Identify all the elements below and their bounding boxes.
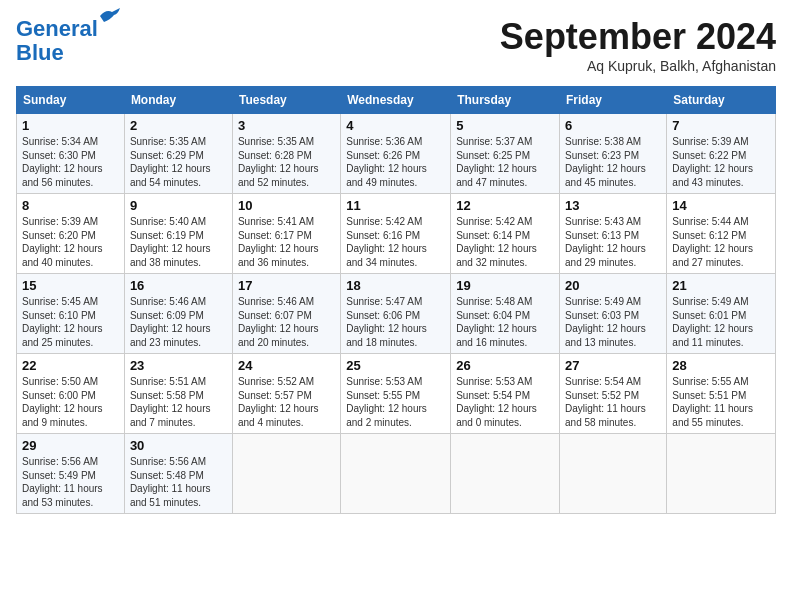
calendar-week-5: 29Sunrise: 5:56 AMSunset: 5:49 PMDayligh… (17, 434, 776, 514)
day-cell-19: 19Sunrise: 5:48 AMSunset: 6:04 PMDayligh… (451, 274, 560, 354)
day-info: Sunrise: 5:51 AMSunset: 5:58 PMDaylight:… (130, 375, 227, 429)
col-header-wednesday: Wednesday (341, 87, 451, 114)
col-header-tuesday: Tuesday (232, 87, 340, 114)
day-info: Sunrise: 5:45 AMSunset: 6:10 PMDaylight:… (22, 295, 119, 349)
day-info: Sunrise: 5:46 AMSunset: 6:09 PMDaylight:… (130, 295, 227, 349)
day-cell-21: 21Sunrise: 5:49 AMSunset: 6:01 PMDayligh… (667, 274, 776, 354)
day-number: 24 (238, 358, 335, 373)
day-cell-4: 4Sunrise: 5:36 AMSunset: 6:26 PMDaylight… (341, 114, 451, 194)
day-number: 25 (346, 358, 445, 373)
day-cell-25: 25Sunrise: 5:53 AMSunset: 5:55 PMDayligh… (341, 354, 451, 434)
page-header: General Blue September 2024 Aq Kupruk, B… (16, 16, 776, 74)
calendar-table: SundayMondayTuesdayWednesdayThursdayFrid… (16, 86, 776, 514)
day-cell-22: 22Sunrise: 5:50 AMSunset: 6:00 PMDayligh… (17, 354, 125, 434)
calendar-week-1: 1Sunrise: 5:34 AMSunset: 6:30 PMDaylight… (17, 114, 776, 194)
day-number: 23 (130, 358, 227, 373)
day-info: Sunrise: 5:48 AMSunset: 6:04 PMDaylight:… (456, 295, 554, 349)
day-number: 11 (346, 198, 445, 213)
day-info: Sunrise: 5:39 AMSunset: 6:20 PMDaylight:… (22, 215, 119, 269)
day-number: 18 (346, 278, 445, 293)
day-info: Sunrise: 5:50 AMSunset: 6:00 PMDaylight:… (22, 375, 119, 429)
day-cell-29: 29Sunrise: 5:56 AMSunset: 5:49 PMDayligh… (17, 434, 125, 514)
day-info: Sunrise: 5:53 AMSunset: 5:54 PMDaylight:… (456, 375, 554, 429)
day-cell-28: 28Sunrise: 5:55 AMSunset: 5:51 PMDayligh… (667, 354, 776, 434)
day-cell-20: 20Sunrise: 5:49 AMSunset: 6:03 PMDayligh… (560, 274, 667, 354)
day-number: 28 (672, 358, 770, 373)
day-cell-6: 6Sunrise: 5:38 AMSunset: 6:23 PMDaylight… (560, 114, 667, 194)
day-cell-5: 5Sunrise: 5:37 AMSunset: 6:25 PMDaylight… (451, 114, 560, 194)
day-cell-9: 9Sunrise: 5:40 AMSunset: 6:19 PMDaylight… (124, 194, 232, 274)
day-number: 22 (22, 358, 119, 373)
col-header-thursday: Thursday (451, 87, 560, 114)
day-info: Sunrise: 5:46 AMSunset: 6:07 PMDaylight:… (238, 295, 335, 349)
logo-general: General (16, 16, 98, 41)
title-block: September 2024 Aq Kupruk, Balkh, Afghani… (500, 16, 776, 74)
day-info: Sunrise: 5:35 AMSunset: 6:28 PMDaylight:… (238, 135, 335, 189)
day-number: 2 (130, 118, 227, 133)
day-info: Sunrise: 5:49 AMSunset: 6:03 PMDaylight:… (565, 295, 661, 349)
day-cell-16: 16Sunrise: 5:46 AMSunset: 6:09 PMDayligh… (124, 274, 232, 354)
day-number: 20 (565, 278, 661, 293)
location: Aq Kupruk, Balkh, Afghanistan (500, 58, 776, 74)
day-number: 26 (456, 358, 554, 373)
col-header-saturday: Saturday (667, 87, 776, 114)
col-header-friday: Friday (560, 87, 667, 114)
logo-bird-icon (98, 8, 120, 24)
col-header-sunday: Sunday (17, 87, 125, 114)
empty-cell (341, 434, 451, 514)
day-info: Sunrise: 5:40 AMSunset: 6:19 PMDaylight:… (130, 215, 227, 269)
day-info: Sunrise: 5:53 AMSunset: 5:55 PMDaylight:… (346, 375, 445, 429)
day-number: 10 (238, 198, 335, 213)
day-info: Sunrise: 5:36 AMSunset: 6:26 PMDaylight:… (346, 135, 445, 189)
day-cell-2: 2Sunrise: 5:35 AMSunset: 6:29 PMDaylight… (124, 114, 232, 194)
day-cell-8: 8Sunrise: 5:39 AMSunset: 6:20 PMDaylight… (17, 194, 125, 274)
day-number: 6 (565, 118, 661, 133)
day-info: Sunrise: 5:56 AMSunset: 5:48 PMDaylight:… (130, 455, 227, 509)
day-number: 30 (130, 438, 227, 453)
day-cell-18: 18Sunrise: 5:47 AMSunset: 6:06 PMDayligh… (341, 274, 451, 354)
day-info: Sunrise: 5:35 AMSunset: 6:29 PMDaylight:… (130, 135, 227, 189)
day-number: 3 (238, 118, 335, 133)
day-info: Sunrise: 5:42 AMSunset: 6:14 PMDaylight:… (456, 215, 554, 269)
day-cell-11: 11Sunrise: 5:42 AMSunset: 6:16 PMDayligh… (341, 194, 451, 274)
day-number: 7 (672, 118, 770, 133)
day-number: 14 (672, 198, 770, 213)
day-cell-3: 3Sunrise: 5:35 AMSunset: 6:28 PMDaylight… (232, 114, 340, 194)
day-cell-15: 15Sunrise: 5:45 AMSunset: 6:10 PMDayligh… (17, 274, 125, 354)
day-info: Sunrise: 5:34 AMSunset: 6:30 PMDaylight:… (22, 135, 119, 189)
day-info: Sunrise: 5:56 AMSunset: 5:49 PMDaylight:… (22, 455, 119, 509)
day-info: Sunrise: 5:54 AMSunset: 5:52 PMDaylight:… (565, 375, 661, 429)
day-cell-27: 27Sunrise: 5:54 AMSunset: 5:52 PMDayligh… (560, 354, 667, 434)
day-cell-24: 24Sunrise: 5:52 AMSunset: 5:57 PMDayligh… (232, 354, 340, 434)
day-number: 17 (238, 278, 335, 293)
day-info: Sunrise: 5:55 AMSunset: 5:51 PMDaylight:… (672, 375, 770, 429)
calendar-week-2: 8Sunrise: 5:39 AMSunset: 6:20 PMDaylight… (17, 194, 776, 274)
calendar-week-3: 15Sunrise: 5:45 AMSunset: 6:10 PMDayligh… (17, 274, 776, 354)
col-header-monday: Monday (124, 87, 232, 114)
day-number: 5 (456, 118, 554, 133)
day-number: 13 (565, 198, 661, 213)
day-cell-14: 14Sunrise: 5:44 AMSunset: 6:12 PMDayligh… (667, 194, 776, 274)
day-cell-23: 23Sunrise: 5:51 AMSunset: 5:58 PMDayligh… (124, 354, 232, 434)
day-info: Sunrise: 5:39 AMSunset: 6:22 PMDaylight:… (672, 135, 770, 189)
day-info: Sunrise: 5:38 AMSunset: 6:23 PMDaylight:… (565, 135, 661, 189)
empty-cell (667, 434, 776, 514)
day-info: Sunrise: 5:41 AMSunset: 6:17 PMDaylight:… (238, 215, 335, 269)
day-cell-13: 13Sunrise: 5:43 AMSunset: 6:13 PMDayligh… (560, 194, 667, 274)
day-info: Sunrise: 5:42 AMSunset: 6:16 PMDaylight:… (346, 215, 445, 269)
day-cell-12: 12Sunrise: 5:42 AMSunset: 6:14 PMDayligh… (451, 194, 560, 274)
day-info: Sunrise: 5:49 AMSunset: 6:01 PMDaylight:… (672, 295, 770, 349)
day-number: 4 (346, 118, 445, 133)
day-number: 12 (456, 198, 554, 213)
day-number: 21 (672, 278, 770, 293)
empty-cell (560, 434, 667, 514)
calendar-header-row: SundayMondayTuesdayWednesdayThursdayFrid… (17, 87, 776, 114)
day-info: Sunrise: 5:47 AMSunset: 6:06 PMDaylight:… (346, 295, 445, 349)
day-number: 29 (22, 438, 119, 453)
day-cell-17: 17Sunrise: 5:46 AMSunset: 6:07 PMDayligh… (232, 274, 340, 354)
day-info: Sunrise: 5:37 AMSunset: 6:25 PMDaylight:… (456, 135, 554, 189)
month-title: September 2024 (500, 16, 776, 58)
day-cell-1: 1Sunrise: 5:34 AMSunset: 6:30 PMDaylight… (17, 114, 125, 194)
logo: General Blue (16, 16, 98, 66)
day-number: 19 (456, 278, 554, 293)
